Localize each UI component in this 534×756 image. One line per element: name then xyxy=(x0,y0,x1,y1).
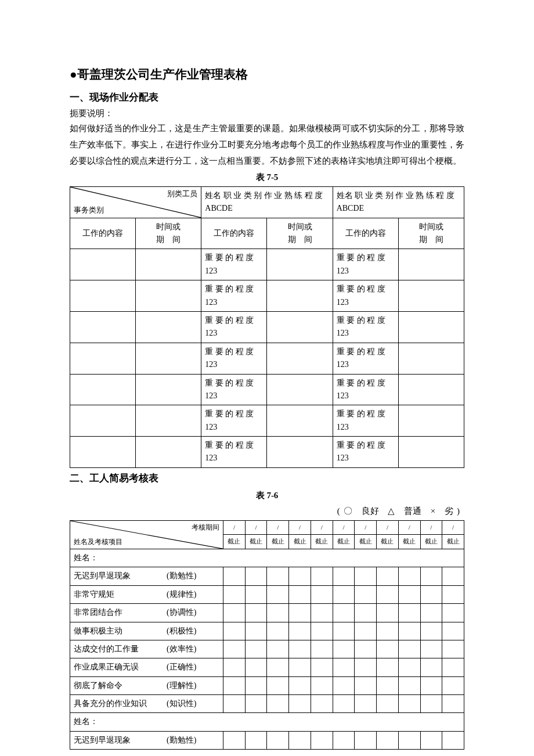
table-row: 考核期间 姓名及考核项目 /////////// xyxy=(70,520,464,535)
cell xyxy=(245,622,267,640)
cell xyxy=(267,658,289,676)
cell xyxy=(355,604,377,622)
diag-top-label: 考核期间 xyxy=(192,522,219,533)
cell xyxy=(289,731,311,749)
cell xyxy=(245,731,267,749)
cell xyxy=(355,658,377,676)
period-slash-cell: / xyxy=(442,520,464,535)
section2-heading: 二、工人简易考核表 xyxy=(70,470,464,487)
cell xyxy=(289,640,311,658)
diag-header-cell: 考核期间 姓名及考核项目 xyxy=(70,520,223,549)
cell xyxy=(398,567,420,585)
cell xyxy=(442,604,464,622)
cell xyxy=(442,658,464,676)
cell xyxy=(420,604,442,622)
cell xyxy=(267,405,333,437)
table-row: 重 要 的 程 度123 重 要 的 程 度123 xyxy=(70,249,464,280)
cell xyxy=(70,374,136,405)
period-end-cell: 截止 xyxy=(442,535,464,549)
cell xyxy=(223,585,246,603)
time-period-label: 时间或 期 间 xyxy=(398,218,464,249)
table-row: 重 要 的 程 度123 重 要 的 程 度123 xyxy=(70,343,464,374)
period-slash-cell: / xyxy=(289,520,311,535)
section1-body: 如何做好适当的作业分工，这是生产主管最重要的课题。如果做模棱两可或不切实际的分工… xyxy=(70,121,464,169)
period-end-cell: 截止 xyxy=(420,535,442,549)
name-row: 姓名： xyxy=(70,549,464,567)
cell xyxy=(355,676,377,694)
period-slash-cell: / xyxy=(355,520,377,535)
table-76-caption: 表 7-6 xyxy=(70,488,464,503)
table-row: 重 要 的 程 度123 重 要 的 程 度123 xyxy=(70,374,464,405)
period-end-cell: 截止 xyxy=(245,535,267,549)
cell xyxy=(289,676,311,694)
cell xyxy=(311,640,333,658)
table-row: 达成交付的工作量(效率性) xyxy=(70,640,464,658)
cell xyxy=(398,604,420,622)
cell xyxy=(377,640,399,658)
cell xyxy=(311,658,333,676)
period-slash-cell: / xyxy=(311,520,333,535)
period-end-cell: 截止 xyxy=(311,535,333,549)
table-row: 无迟到早退现象(勤勉性) xyxy=(70,731,464,749)
cell xyxy=(398,731,420,749)
cell xyxy=(136,374,201,405)
cell xyxy=(377,658,399,676)
cell xyxy=(398,374,464,405)
cell xyxy=(442,567,464,585)
summary-label: 扼要说明： xyxy=(70,106,464,121)
work-content-label: 工作的内容 xyxy=(70,218,136,249)
cell xyxy=(223,604,246,622)
cell xyxy=(289,567,311,585)
cell xyxy=(377,622,399,640)
cell xyxy=(245,695,267,713)
cell xyxy=(420,585,442,603)
cell xyxy=(223,695,246,713)
cell xyxy=(267,343,333,374)
cell xyxy=(442,676,464,694)
cell xyxy=(442,640,464,658)
cell: 重 要 的 程 度123 xyxy=(333,343,398,374)
cell: 重 要 的 程 度123 xyxy=(201,405,267,437)
cell xyxy=(289,622,311,640)
diag-bottom-label: 事务类别 xyxy=(74,204,104,217)
cell xyxy=(267,280,333,312)
cell xyxy=(377,585,399,603)
cell: 重 要 的 程 度123 xyxy=(201,437,267,468)
table-row: 具备充分的作业知识(知识性) xyxy=(70,695,464,713)
cell xyxy=(442,731,464,749)
cell xyxy=(136,311,201,343)
cell xyxy=(70,280,136,312)
legend-triangle-icon: △ xyxy=(388,506,395,516)
diag-top-label: 别类工员 xyxy=(167,188,197,200)
item-label: 无迟到早退现象(勤勉性) xyxy=(70,567,223,585)
cell xyxy=(333,695,355,713)
legend-bad: 劣 xyxy=(445,506,453,516)
doc-title: ●哥盖理茨公司生产作业管理表格 xyxy=(70,64,464,85)
cell xyxy=(289,695,311,713)
cell xyxy=(136,343,201,374)
cell xyxy=(398,343,464,374)
cell xyxy=(420,567,442,585)
cell xyxy=(355,567,377,585)
cell xyxy=(70,405,136,437)
cell xyxy=(267,437,333,468)
diag-bottom-label: 姓名及考核项目 xyxy=(74,537,122,548)
cell xyxy=(420,622,442,640)
period-slash-cell: / xyxy=(398,520,420,535)
item-label: 非常守规矩(规律性) xyxy=(70,585,223,603)
cell xyxy=(267,640,289,658)
cell xyxy=(355,640,377,658)
cell xyxy=(398,640,420,658)
legend-cross-icon: × xyxy=(431,506,435,516)
table-row: 重 要 的 程 度123 重 要 的 程 度123 xyxy=(70,311,464,343)
legend-good: 良好 xyxy=(362,506,379,516)
period-end-cell: 截止 xyxy=(289,535,311,549)
cell xyxy=(333,640,355,658)
cell xyxy=(311,604,333,622)
cell xyxy=(70,343,136,374)
cell xyxy=(420,658,442,676)
period-end-cell: 截止 xyxy=(223,535,246,549)
cell xyxy=(245,676,267,694)
cell xyxy=(333,567,355,585)
header-col-a: 姓名 职 业 类 别 作 业 熟 练 程 度ABCDE xyxy=(201,186,333,218)
